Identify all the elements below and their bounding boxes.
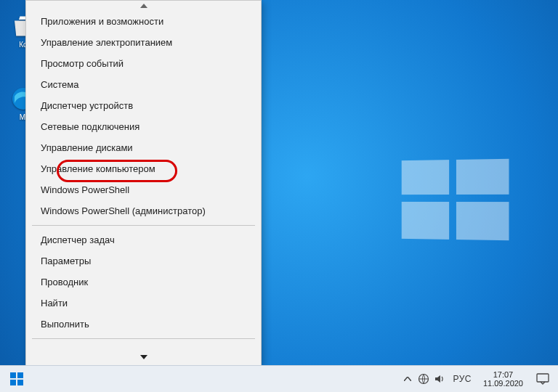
wallpaper-windows-logo [402,159,509,240]
svg-rect-1 [10,372,16,378]
tray-chevron-up-icon[interactable] [400,366,415,392]
language-indicator[interactable]: РУС [448,374,476,384]
menu-item-device-manager[interactable]: Диспетчер устройств [26,95,261,116]
svg-rect-3 [10,380,16,385]
menu-item-apps-and-features[interactable]: Приложения и возможности [26,11,261,32]
svg-rect-2 [17,372,23,378]
system-tray: РУС 17:07 11.09.2020 [400,366,558,392]
menu-item-run[interactable]: Выполнить [26,314,261,335]
menu-item-network-connections[interactable]: Сетевые подключения [26,116,261,137]
menu-item-task-manager[interactable]: Диспетчер задач [26,229,261,250]
menu-item-powershell[interactable]: Windows PowerShell [26,179,261,200]
taskbar: РУС 17:07 11.09.2020 [0,365,558,392]
menu-item-powershell-admin[interactable]: Windows PowerShell (администратор) [26,200,261,221]
scroll-up-arrow-icon[interactable] [26,1,261,11]
menu-item-search[interactable]: Найти [26,293,261,314]
clock-date: 11.09.2020 [483,379,523,388]
menu-item-event-viewer[interactable]: Просмотр событий [26,53,261,74]
clock-time: 17:07 [483,370,523,379]
start-button[interactable] [0,366,33,392]
menu-item-disk-management[interactable]: Управление дисками [26,137,261,158]
menu-item-computer-management[interactable]: Управление компьютером [26,158,261,179]
volume-icon[interactable] [432,366,447,392]
network-icon[interactable] [416,366,431,392]
menu-separator [32,338,255,339]
menu-item-file-explorer[interactable]: Проводник [26,271,261,293]
scroll-down-arrow-icon[interactable] [26,352,261,362]
winx-menu: Приложения и возможности Управление элек… [25,0,262,366]
svg-rect-6 [537,374,549,382]
desktop: Ко Mi Приложения и возможности Управлени… [0,0,558,392]
menu-item-power-options[interactable]: Управление электропитанием [26,32,261,53]
action-center-icon[interactable] [530,373,555,385]
menu-item-settings[interactable]: Параметры [26,250,261,271]
clock[interactable]: 17:07 11.09.2020 [477,370,529,388]
menu-item-system[interactable]: Система [26,74,261,95]
windows-logo-icon [10,372,23,385]
winx-menu-items: Приложения и возможности Управление элек… [26,11,261,339]
svg-rect-4 [17,380,23,385]
menu-separator [32,225,255,226]
